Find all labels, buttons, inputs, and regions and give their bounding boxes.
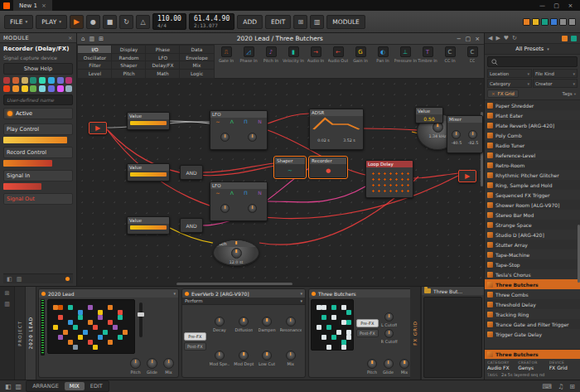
device-header[interactable]: Three Butchers bbox=[309, 289, 410, 298]
preset-item[interactable]: Retro-Room bbox=[485, 160, 580, 170]
show-help-button[interactable]: Show Help bbox=[3, 63, 73, 75]
grid-patch-thumbnail[interactable] bbox=[47, 299, 135, 354]
favorites-icon[interactable]: ♥ bbox=[504, 35, 509, 41]
grid-category-tab-level[interactable]: Level bbox=[78, 70, 112, 78]
grid-category-tab-envelope[interactable]: Envelope bbox=[180, 54, 214, 62]
palette-module-phase-in[interactable]: ◿Phase In bbox=[238, 46, 259, 63]
grid-module-lfo[interactable]: LFO~ΛΠN bbox=[210, 110, 268, 150]
preset-item[interactable]: Three Combs bbox=[485, 289, 580, 299]
add-button[interactable]: ADD bbox=[237, 15, 263, 29]
play-button[interactable]: ▶ bbox=[70, 15, 84, 29]
patch-canvas[interactable]: ▶ValueValueValueANDANDLFO~ΛΠNLFO~ΛΠNPitc… bbox=[77, 79, 484, 286]
color-swatch[interactable] bbox=[39, 85, 46, 92]
palette-module-cc[interactable]: CCC bbox=[462, 46, 483, 63]
preset-source-selector[interactable]: All Presets ▾ bbox=[485, 44, 580, 55]
time-signature[interactable]: 4/4 bbox=[157, 23, 181, 28]
preset-item[interactable]: Trigger Gate Delay bbox=[485, 329, 580, 339]
grid-module-recorder[interactable]: Recorder● bbox=[309, 157, 347, 178]
split-view-icon[interactable]: ◧ bbox=[7, 276, 12, 283]
play-menu-button[interactable]: PLAY▾ bbox=[36, 15, 67, 29]
grid-category-tab-delay-fx[interactable]: Delay/FX bbox=[146, 61, 180, 70]
waveform-icon[interactable]: Λ bbox=[230, 189, 234, 196]
color-swatch[interactable] bbox=[57, 77, 64, 84]
close-button[interactable]: × bbox=[564, 1, 577, 10]
filter-category[interactable]: Category▾ bbox=[487, 79, 532, 88]
snap-grid-button[interactable]: ⊞ bbox=[293, 15, 307, 29]
patch-cable[interactable] bbox=[268, 114, 309, 123]
color-swatch[interactable] bbox=[3, 85, 10, 92]
grid-category-tab-phase[interactable]: Phase bbox=[146, 46, 180, 54]
active-toggle[interactable]: Active bbox=[3, 108, 73, 119]
canvas-horizontal-scrollbar[interactable] bbox=[176, 283, 292, 285]
knob-resonance[interactable] bbox=[286, 317, 296, 327]
edit-view-button[interactable]: EDIT bbox=[85, 382, 108, 390]
preset-item[interactable]: Poly Comb bbox=[485, 130, 580, 140]
device-panel-icon[interactable]: ▥ bbox=[4, 301, 10, 307]
knob-r-cutoff[interactable] bbox=[384, 329, 394, 338]
color-swatch[interactable] bbox=[48, 77, 55, 84]
color-swatch[interactable] bbox=[30, 77, 36, 84]
fx-routing-button-pre-fx[interactable]: Pre-FX bbox=[356, 319, 379, 327]
project-tab-close-icon[interactable]: × bbox=[41, 2, 46, 9]
preset-item[interactable]: Tape-Stop bbox=[485, 259, 580, 269]
preset-item[interactable]: Reference-Level bbox=[485, 150, 580, 160]
palette-module-gain-in[interactable]: GGain In bbox=[350, 46, 371, 63]
knob[interactable] bbox=[452, 130, 461, 139]
device-grid-icon[interactable]: ⊞ bbox=[5, 290, 10, 297]
color-swatch[interactable] bbox=[39, 77, 46, 84]
color-swatch[interactable] bbox=[65, 77, 72, 84]
filter-file-kind[interactable]: File Kind▾ bbox=[533, 69, 578, 78]
waveform-icon[interactable]: N bbox=[258, 118, 262, 125]
palette-module-velocity-in[interactable]: ▮Velocity In bbox=[283, 46, 304, 63]
panel-view-icon[interactable]: ▥ bbox=[17, 276, 22, 283]
grid-module-value[interactable]: Value bbox=[127, 216, 170, 235]
device-power-icon[interactable] bbox=[41, 292, 46, 296]
color-swatch[interactable] bbox=[22, 85, 28, 92]
waveform-icon[interactable]: ~ bbox=[215, 189, 220, 196]
stop-button[interactable]: ■ bbox=[103, 15, 117, 29]
forward-icon[interactable]: ▶ bbox=[495, 35, 500, 41]
knob[interactable] bbox=[231, 248, 242, 259]
user-defined-name-input[interactable]: User-defined name bbox=[3, 94, 73, 105]
inspector-section-signal-in[interactable]: Signal In bbox=[3, 170, 73, 181]
color-swatch[interactable] bbox=[65, 85, 72, 92]
grid-module-value[interactable]: Value0.50 bbox=[415, 107, 443, 123]
arrange-view-button[interactable]: ARRANGE bbox=[27, 382, 64, 390]
preset-item[interactable]: Threshold Delay bbox=[485, 299, 580, 309]
preset-item[interactable]: Rhythmic Pitcher Glitcher bbox=[485, 170, 580, 180]
filter-location[interactable]: Location▾ bbox=[487, 69, 532, 78]
grid-module-adsr[interactable]: ADSR0.02 s3.52 s bbox=[309, 109, 364, 150]
grid-category-tab-mix[interactable]: Mix bbox=[180, 61, 214, 70]
inspector-close-icon[interactable]: × bbox=[68, 35, 73, 41]
knob[interactable] bbox=[248, 204, 257, 213]
file-menu-button[interactable]: FILE▾ bbox=[4, 15, 33, 29]
knob-pitch[interactable] bbox=[367, 359, 377, 369]
knob-mix[interactable] bbox=[286, 351, 296, 361]
grid-category-tab-pitch[interactable]: Pitch bbox=[112, 70, 146, 78]
knob-mod-dept[interactable] bbox=[239, 351, 249, 361]
preset-item[interactable]: Stutter Array bbox=[485, 240, 580, 249]
fx-routing-button-post-fx[interactable]: Post-FX bbox=[356, 329, 379, 337]
mini-slider[interactable] bbox=[130, 172, 167, 177]
inspector-section-signal-out[interactable]: Signal Out bbox=[3, 193, 73, 205]
grid-category-tab-lfo[interactable]: LFO bbox=[146, 54, 180, 62]
preset-item[interactable]: Three Butchers bbox=[485, 279, 580, 289]
preset-item[interactable]: Shower Room [ALG-V970] bbox=[485, 200, 580, 210]
maximize-button[interactable]: ▢ bbox=[550, 1, 563, 10]
device-three-butchers[interactable]: Three Butchers Pre-FXPost-FX L CutoffR C… bbox=[308, 288, 410, 378]
vertical-fader[interactable] bbox=[139, 302, 143, 337]
song-time[interactable]: 2:13.077 bbox=[194, 23, 230, 28]
value-slider[interactable] bbox=[3, 137, 67, 143]
fit-view-icon[interactable]: ▢ bbox=[466, 36, 471, 42]
selected-preset-row[interactable]: Three Butchers bbox=[485, 350, 580, 359]
palette-module-cc-in[interactable]: CCC In bbox=[439, 46, 461, 63]
grid-module-lfo[interactable]: LFO~ΛΠN bbox=[210, 181, 268, 221]
knob-mix[interactable] bbox=[399, 359, 409, 369]
fx-routing-button-post-fx[interactable]: Post-FX bbox=[184, 342, 206, 351]
waveform-icon[interactable]: Λ bbox=[230, 118, 234, 125]
grid-module-value[interactable]: Value bbox=[127, 163, 170, 181]
panel-toggle-icon[interactable] bbox=[523, 18, 530, 26]
panel-toggle-icon[interactable] bbox=[550, 18, 558, 26]
tags-dropdown[interactable]: Tags ▾ bbox=[563, 91, 578, 96]
zoom-out-icon[interactable]: − bbox=[457, 36, 462, 42]
